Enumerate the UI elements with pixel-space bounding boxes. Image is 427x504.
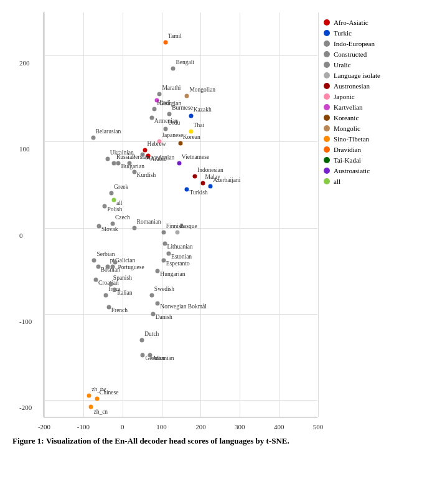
data-point	[161, 230, 166, 234]
data-point	[128, 161, 132, 166]
legend-dot	[324, 115, 330, 121]
data-point-label: Spanish	[113, 275, 132, 281]
data-point-label: Bulgarian	[121, 163, 144, 169]
data-point-label: Lithuanian	[167, 244, 193, 250]
data-point-label: Hindi	[157, 100, 171, 106]
data-point	[105, 157, 110, 161]
data-point-label: Arabic	[151, 156, 167, 162]
legend-label: Mongolic	[334, 125, 360, 132]
data-point	[132, 169, 136, 174]
grid-line-v	[200, 12, 201, 417]
legend-item: Dravidian	[324, 146, 411, 153]
data-point	[95, 396, 99, 401]
data-point-label: zh_cn	[93, 409, 108, 415]
data-point	[148, 353, 152, 358]
grid-line-h	[44, 55, 317, 56]
data-point-label: Vietnamese	[182, 154, 209, 160]
data-point-label: Chinese	[100, 389, 119, 396]
legend-label: Sino-Tibetan	[334, 135, 369, 143]
legend-dot	[324, 72, 330, 78]
data-point-label: Turkish	[189, 189, 207, 196]
figure-container: -200-1000100200-200-1000100200300400500T…	[0, 0, 427, 460]
x-axis-label: 300	[235, 423, 245, 430]
data-point-label: Thai	[194, 122, 204, 128]
data-point-label: Norwegian Bokmål	[160, 303, 207, 310]
data-point	[162, 241, 167, 245]
legend-dot	[324, 83, 330, 89]
legend-dot	[324, 125, 330, 131]
data-point-label: Estonian	[171, 254, 192, 260]
data-point	[156, 269, 160, 273]
data-point	[92, 259, 96, 263]
legend-item: Japonic	[324, 93, 411, 100]
data-point-label: Belarusian	[96, 128, 121, 135]
data-point	[111, 264, 115, 269]
data-point-label: Tamil	[168, 33, 182, 39]
data-point-label: Danish	[156, 314, 172, 320]
legend-item: Mongolic	[324, 125, 411, 132]
legend-item: Afro-Asiatic	[324, 19, 411, 26]
data-point	[149, 293, 154, 297]
x-axis-label: 0	[121, 423, 124, 430]
data-point	[163, 126, 167, 131]
data-point	[189, 129, 193, 133]
legend-label: Austronesian	[334, 82, 370, 90]
data-point-label: Burmese	[172, 105, 193, 111]
data-point	[178, 141, 182, 146]
x-axis-label: 400	[274, 423, 284, 430]
legend-label: Indo-European	[334, 40, 375, 47]
data-point-label: French	[111, 307, 128, 313]
legend-label: Constructed	[334, 50, 367, 58]
y-axis-label: 100	[19, 145, 30, 153]
legend-item: Turkic	[324, 29, 411, 37]
legend-item: Koreanic	[324, 114, 411, 121]
data-point-label: Japanese	[162, 132, 183, 138]
x-axis-label: 500	[313, 423, 324, 430]
data-point-label: Marathi	[162, 85, 181, 91]
legend-label: Tai-Kadai	[334, 156, 361, 164]
data-point	[157, 92, 162, 97]
legend-item: Constructed	[324, 50, 411, 58]
data-point-label: Bengali	[176, 59, 194, 65]
chart-area: -200-1000100200-200-1000100200300400500T…	[12, 6, 415, 430]
data-point-label: Serbian	[96, 251, 115, 257]
x-axis-label: 100	[156, 423, 167, 430]
data-point-label: Hungarian	[160, 271, 185, 277]
legend-dot	[324, 157, 330, 163]
y-axis-label: -200	[19, 404, 32, 411]
grid-line-v	[44, 12, 45, 417]
data-point	[141, 353, 145, 358]
data-point	[167, 112, 172, 116]
legend-label: Afro-Asiatic	[334, 19, 368, 26]
data-point-label: Czech	[115, 214, 130, 221]
data-point	[103, 204, 107, 209]
legend-dot	[324, 30, 330, 36]
data-point-label: Albanian	[152, 355, 174, 361]
data-point	[185, 94, 189, 98]
legend-dot	[324, 104, 330, 110]
legend-dot	[324, 51, 330, 57]
data-point-label: Kurdish	[137, 172, 156, 178]
data-point	[110, 191, 114, 196]
data-point	[97, 224, 101, 228]
legend-dot	[324, 178, 330, 184]
data-point	[163, 40, 167, 45]
data-point	[106, 305, 111, 309]
data-point	[140, 338, 144, 342]
data-point	[171, 66, 176, 70]
legend-label: Dravidian	[334, 146, 361, 153]
data-point-label: fr_ca	[108, 286, 121, 292]
data-point	[149, 115, 154, 120]
data-point	[193, 174, 197, 178]
data-point	[200, 181, 205, 185]
data-point	[156, 302, 160, 306]
data-point-label: Azerbaijani	[213, 177, 240, 183]
data-point-label: Korean	[183, 134, 200, 140]
legend-dot	[324, 62, 330, 68]
legend-label: Japonic	[334, 93, 355, 100]
data-point	[93, 277, 98, 282]
legend-item: Indo-European	[324, 40, 411, 47]
x-axis-label: -100	[77, 423, 90, 430]
x-axis-label: 200	[195, 423, 206, 430]
legend-dot	[324, 168, 330, 174]
